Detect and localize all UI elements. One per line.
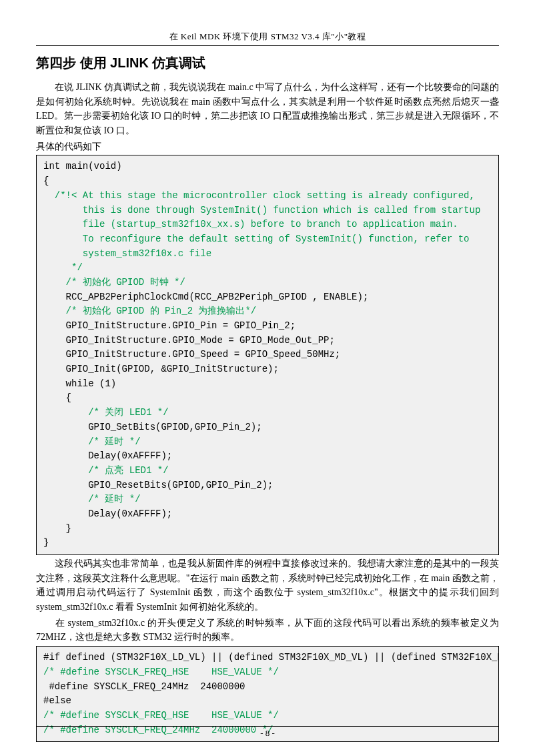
code-line: #else xyxy=(43,695,71,706)
paragraph-2: 这段代码其实也非常简单，也是我从新固件库的例程中直接修改过来的。我想请大家注意的… xyxy=(36,556,499,615)
code-line: int main(void) xyxy=(43,161,122,171)
code-line: #if defined (STM32F10X_LD_VL) || (define… xyxy=(43,652,499,663)
paragraph-1-text: 在说 JLINK 仿真调试之前，我先说说我在 main.c 中写了点什么，为什么… xyxy=(36,82,499,135)
page-number: - 8 - xyxy=(260,728,275,738)
code-line: Delay(0xAFFFF); xyxy=(43,450,172,461)
paragraph-3: 在 system_stm32f10x.c 的开头便定义了系统的时钟频率，从下面的… xyxy=(36,616,499,645)
code-comment: /* 延时 */ xyxy=(43,494,141,504)
body-text-block-1: 在说 JLINK 仿真调试之前，我先说说我在 main.c 中写了点什么，为什么… xyxy=(36,80,499,153)
code-line: } xyxy=(43,523,71,534)
code-line: GPIO_InitStructure.GPIO_Mode = GPIO_Mode… xyxy=(43,335,335,346)
page-footer: - 8 - xyxy=(0,726,535,739)
code-line: GPIO_Init(GPIOD, &GPIO_InitStructure); xyxy=(43,364,279,374)
section-heading: 第四步 使用 JLINK 仿真调试 xyxy=(36,54,499,72)
code-block-main: int main(void) { /*!< At this stage the … xyxy=(36,155,499,555)
header-rule xyxy=(36,45,499,46)
code-comment: file (startup_stm32f10x_xx.s) before to … xyxy=(43,219,458,230)
code-comment: /* 延时 */ xyxy=(43,436,141,447)
paragraph-1: 在说 JLINK 仿真调试之前，我先说说我在 main.c 中写了点什么，为什么… xyxy=(36,80,499,138)
paragraph-2-text: 这段代码其实也非常简单，也是我从新固件库的例程中直接修改过来的。我想请大家注意的… xyxy=(36,558,499,612)
code-line: GPIO_ResetBits(GPIOD,GPIO_Pin_2); xyxy=(43,480,273,490)
code-line: } xyxy=(43,537,49,548)
paragraph-3-text: 在 system_stm32f10x.c 的开头便定义了系统的时钟频率，从下面的… xyxy=(36,618,499,643)
code-line: GPIO_InitStructure.GPIO_Speed = GPIO_Spe… xyxy=(43,349,340,360)
code-comment: To reconfigure the default setting of Sy… xyxy=(43,234,470,244)
code-comment: system_stm32f10x.c file xyxy=(43,248,211,259)
code-comment: this is done through SystemInit() functi… xyxy=(43,205,480,216)
code-comment: /* 关闭 LED1 */ xyxy=(43,407,169,418)
code-line: { xyxy=(43,175,49,186)
code-line: { xyxy=(43,392,71,403)
code-comment: /* 点亮 LED1 */ xyxy=(43,465,169,476)
code-line: while (1) xyxy=(43,378,116,389)
paragraph-1-tail: 具体的代码如下 xyxy=(36,139,499,154)
body-text-block-2: 这段代码其实也非常简单，也是我从新固件库的例程中直接修改过来的。我想请大家注意的… xyxy=(36,556,499,645)
page: 在 Keil MDK 环境下使用 STM32 V3.4 库"小"教程 第四步 使… xyxy=(0,0,535,756)
code-comment: /* #define SYSCLK_FREQ_HSE HSE_VALUE */ xyxy=(43,667,279,677)
code-comment: */ xyxy=(43,262,83,273)
code-line: Delay(0xAFFFF); xyxy=(43,508,172,519)
code-comment: /* #define SYSCLK_FREQ_HSE HSE_VALUE */ xyxy=(43,710,279,721)
code-comment: /* 初始化 GPIOD 时钟 */ xyxy=(43,277,185,288)
code-line: GPIO_SetBits(GPIOD,GPIO_Pin_2); xyxy=(43,422,262,432)
code-comment: /*!< At this stage the microcontroller c… xyxy=(43,190,475,201)
code-line: RCC_APB2PeriphClockCmd(RCC_APB2Periph_GP… xyxy=(43,292,368,302)
footer-rule xyxy=(36,726,499,727)
code-comment: /* 初始化 GPIOD 的 Pin_2 为推挽输出*/ xyxy=(43,306,256,316)
running-header: 在 Keil MDK 环境下使用 STM32 V3.4 库"小"教程 xyxy=(36,31,499,43)
code-line: GPIO_InitStructure.GPIO_Pin = GPIO_Pin_2… xyxy=(43,320,296,331)
code-line: #define SYSCLK_FREQ_24MHz 24000000 xyxy=(43,681,245,692)
